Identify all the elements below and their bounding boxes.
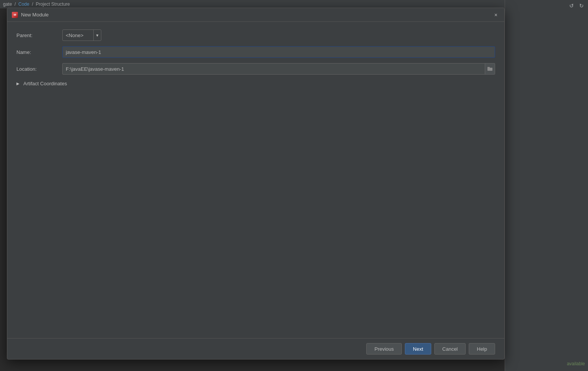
svg-rect-1	[487, 67, 490, 68]
cancel-button[interactable]: Cancel	[434, 343, 466, 355]
dialog-title-bar: M New Module ×	[7, 8, 504, 22]
parent-dropdown-arrow[interactable]: ▼	[93, 30, 101, 41]
toolbar-sync-button[interactable]: ↻	[577, 2, 586, 10]
name-field	[62, 46, 495, 58]
breadcrumb-code[interactable]: Code	[18, 2, 29, 7]
dialog-footer: Previous Next Cancel Help	[7, 338, 504, 359]
next-button[interactable]: Next	[405, 343, 431, 355]
location-input-wrapper	[62, 63, 495, 75]
breadcrumb: gate / Code / Project Structure	[3, 2, 70, 7]
dialog-maven-icon: M	[12, 12, 18, 18]
location-field	[62, 63, 495, 75]
parent-dropdown-value: <None>	[63, 30, 93, 41]
parent-row: Parent: <None> ▼	[16, 29, 495, 41]
right-panel-toolbar: ↺ ↻	[505, 0, 588, 11]
svg-rect-0	[487, 68, 492, 71]
parent-field: <None> ▼	[62, 29, 495, 41]
artifact-coordinates-arrow: ▶	[16, 81, 21, 86]
artifact-coordinates-label: Artifact Coordinates	[23, 81, 67, 86]
name-label: Name:	[16, 49, 62, 55]
parent-dropdown[interactable]: <None> ▼	[62, 29, 101, 41]
right-panel: ↺ ↻ available	[505, 0, 588, 371]
location-row: Location:	[16, 63, 495, 75]
location-input[interactable]	[63, 63, 485, 74]
dialog-content: Parent: <None> ▼ Name: Location:	[7, 22, 504, 338]
artifact-coordinates-row[interactable]: ▶ Artifact Coordinates	[16, 80, 495, 87]
browse-button[interactable]	[485, 63, 495, 74]
title-bar: gate / Code / Project Structure ×	[0, 0, 588, 8]
name-row: Name:	[16, 46, 495, 58]
location-label: Location:	[16, 66, 62, 72]
dialog-close-button[interactable]: ×	[492, 11, 500, 19]
help-button[interactable]: Help	[469, 343, 495, 355]
parent-label: Parent:	[16, 33, 62, 38]
dialog-title: New Module	[21, 12, 492, 18]
name-input[interactable]	[62, 46, 495, 58]
available-label: available	[567, 361, 585, 366]
toolbar-refresh-button[interactable]: ↺	[567, 2, 576, 10]
new-module-dialog: M New Module × Parent: <None> ▼ Name: Lo…	[7, 8, 505, 360]
previous-button[interactable]: Previous	[366, 343, 402, 355]
